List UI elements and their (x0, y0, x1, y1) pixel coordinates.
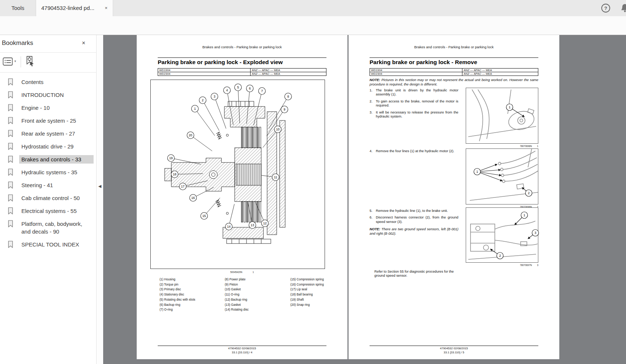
bookmark-icon (7, 155, 14, 163)
svg-text:2: 2 (528, 191, 530, 195)
svg-text:5: 5 (237, 85, 239, 89)
bookmark-label: Cab climate control - 50 (19, 194, 94, 202)
pdf-page-left: Brakes and controls - Parking brake or p… (137, 35, 347, 359)
svg-text:12: 12 (263, 221, 267, 225)
bookmark-item[interactable]: Hydraulic systems - 35 (0, 166, 97, 179)
procedure-step: 4.Remove the four lines (1) at the hydra… (370, 149, 458, 153)
bookmark-item[interactable]: INTRODUCTION (0, 88, 97, 101)
bookmark-icon (7, 104, 14, 112)
bookmark-label: SPECIAL TOOL INDEX (19, 240, 94, 249)
figure-ref: 50045420N (230, 271, 242, 273)
note-label: NOTE: (370, 227, 380, 231)
part-item: (16) Compression spring (290, 282, 324, 287)
bell-icon (620, 3, 626, 14)
photo-number: 3 (537, 264, 538, 266)
bookmark-icon (7, 207, 14, 215)
pdf-toolbar: / 3133 (0, 16, 626, 35)
svg-text:9: 9 (284, 108, 286, 111)
part-item: (18) Ball bearing (290, 292, 324, 297)
bookmark-item[interactable]: Front axle system - 25 (0, 114, 97, 127)
part-item: (19) Shaft (290, 297, 324, 302)
parts-list-column-1: (1) Housing(2) Torque pin(3) Primary dis… (160, 277, 195, 312)
part-item: (8) Power plate (225, 277, 249, 282)
part-item: (17) Lip seal (290, 287, 324, 292)
svg-text:1: 1 (509, 105, 511, 109)
tab-tools[interactable]: Tools (0, 0, 36, 16)
running-header: Brakes and controls - Parking brake or p… (349, 45, 559, 49)
divider (0, 72, 97, 73)
bookmark-label: Platform, cab, bodywork, and decals - 90 (19, 220, 94, 236)
part-item: (3) Primary disc (160, 287, 195, 292)
bookmark-item[interactable]: Hydrostatic drive - 29 (0, 140, 97, 153)
note-paragraph: NOTE: There are two ground speed sensors… (370, 227, 458, 236)
model-code: WD1904 (370, 69, 462, 72)
note-paragraph: NOTE: Pictures in this section may or ma… (370, 78, 538, 87)
help-icon: ? (601, 3, 611, 13)
part-item: (20) Snap ring (290, 302, 324, 308)
procedure-step: 1.The brake unit is driven by the hydrau… (370, 88, 458, 97)
model-code: WD1904 (158, 69, 251, 72)
bookmark-item[interactable]: SPECIAL TOOL INDEX (0, 238, 97, 251)
help-button[interactable]: ? (601, 3, 611, 13)
notifications-button[interactable] (620, 3, 626, 14)
bookmark-item[interactable]: Brakes and controls - 33 (0, 153, 97, 166)
svg-text:14: 14 (227, 225, 231, 228)
tab-close-icon[interactable]: × (103, 5, 109, 11)
svg-text:?: ? (604, 6, 607, 11)
bookmark-item[interactable]: Platform, cab, bodywork, and decals - 90 (0, 217, 97, 238)
bookmark-icon (7, 194, 14, 202)
procedure-step: 2.To gain access to the brake, removal o… (370, 99, 458, 108)
bookmark-label: Contents (19, 78, 94, 86)
model-code: WD2304 (370, 72, 462, 76)
bookmark-item[interactable]: Electrical systems - 55 (0, 204, 97, 217)
procedure-step: 5.Remove the hydraulic line (1), to the … (370, 209, 458, 213)
model-region: ANZ — APAC — MEA (251, 69, 326, 72)
bookmark-label: Brakes and controls - 33 (19, 155, 94, 164)
model-row: WD1904ANZ — APAC — MEA (370, 69, 538, 72)
step-text: It will be necessary to release the pres… (376, 111, 458, 119)
bookmark-label: Engine - 10 (19, 104, 94, 112)
bookmark-icon (7, 117, 14, 125)
svg-text:1: 1 (524, 213, 525, 217)
divider (158, 346, 326, 346)
bookmark-icon (7, 181, 14, 189)
parts-list-column-3: (15) Compression spring(16) Compression … (290, 277, 324, 307)
svg-text:7: 7 (261, 89, 263, 93)
bookmarks-close-icon[interactable]: × (80, 39, 87, 47)
bookmark-item[interactable]: Contents (0, 76, 97, 88)
list-options-icon (3, 57, 13, 66)
svg-text:2: 2 (202, 98, 204, 102)
svg-text:2: 2 (499, 254, 501, 258)
footer-section-page: 33.1 [33.110] / 4 (137, 351, 347, 354)
model-code: WD2304 (158, 72, 251, 76)
bookmarks-options-button[interactable] (3, 57, 13, 67)
procedure-step: 3.It will be necessary to release the pr… (370, 111, 458, 119)
model-region: ANZ — APAC — MEA (462, 72, 538, 76)
bookmark-item[interactable]: Steering - 41 (0, 179, 97, 192)
divider (0, 52, 97, 53)
footer-document-id: 47904532 02/08/2015 (349, 347, 559, 350)
bookmarks-toolbar: ▾ (0, 54, 97, 70)
step-text: Disconnect harness connector (2), from t… (376, 216, 458, 224)
model-row: WD2304ANZ — APAC — MEA (158, 72, 326, 76)
panel-collapse-strip: ◀ (97, 35, 103, 364)
bookmark-item[interactable]: Engine - 10 (0, 101, 97, 114)
section-title: Parking brake or parking lock - Exploded… (158, 59, 283, 66)
divider (21, 56, 21, 67)
part-item: (6) Backup ring (160, 302, 195, 308)
tab-document[interactable]: 47904532-linked pd... × (36, 0, 113, 16)
step-text: To gain access to the brake, removal of … (376, 99, 458, 108)
bookmark-icon (7, 78, 14, 86)
collapse-panel-button[interactable]: ◀ (97, 182, 102, 190)
locate-bookmark-button[interactable] (25, 56, 35, 68)
bookmark-item[interactable]: Rear axle system - 27 (0, 127, 97, 140)
chevron-down-icon[interactable]: ▾ (14, 59, 16, 63)
bookmark-item[interactable]: Cab climate control - 50 (0, 192, 97, 204)
procedure-steps-1-3: 1.The brake unit is driven by the hydrau… (370, 88, 458, 121)
bookmark-label: Electrical systems - 55 (19, 207, 94, 215)
figure-caption: 50045420N1 (158, 271, 326, 273)
photo-caption: 78070697N3 (466, 264, 538, 266)
divider (370, 57, 538, 58)
part-item: (13) Gasket (225, 302, 249, 308)
svg-text:19: 19 (169, 156, 173, 160)
